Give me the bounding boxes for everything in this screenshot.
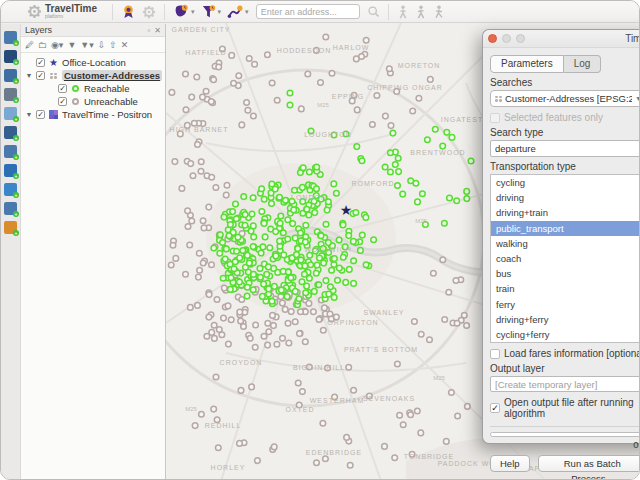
quick-time-filter-button[interactable]	[415, 3, 427, 21]
reachable-marker	[464, 196, 470, 202]
reachable-marker	[269, 201, 275, 207]
minimize-window-icon[interactable]	[502, 34, 511, 43]
add-mesh-layer-button[interactable]: +	[4, 69, 17, 82]
unreachable-marker	[388, 123, 394, 129]
map-place-label: M25	[433, 375, 445, 381]
layer-tree-item[interactable]: ▼✓TravelTime - Positron	[21, 108, 165, 121]
unreachable-marker	[347, 463, 353, 469]
layer-visibility-checkbox[interactable]: ✓	[36, 58, 45, 67]
load-fares-checkbox[interactable]	[490, 349, 500, 359]
reachable-marker	[317, 255, 323, 261]
add-wcs-layer-button[interactable]: +	[4, 183, 17, 196]
layer-visibility-checkbox[interactable]: ✓	[58, 84, 67, 93]
quick-time-map-button[interactable]	[397, 3, 409, 21]
add-wms-layer-button[interactable]: +	[4, 164, 17, 177]
transport-option-cycling+ferry[interactable]: cycling+ferry	[491, 327, 640, 342]
layer-tree-item[interactable]: ▼✓Customer-Addresses	[21, 69, 165, 82]
search-type-combo[interactable]: departure	[490, 140, 640, 157]
transport-option-bus[interactable]: bus	[491, 266, 640, 281]
unreachable-marker	[200, 260, 206, 266]
routes-button[interactable]: ▾	[227, 3, 249, 21]
selected-features-checkbox[interactable]	[490, 113, 500, 123]
transport-option-public_transport[interactable]: public_transport	[491, 221, 640, 236]
manage-map-themes-icon[interactable]: ◉▾	[51, 40, 63, 50]
close-panel-icon[interactable]: ✕	[154, 26, 161, 35]
add-raster-layer-button[interactable]: +	[4, 50, 17, 63]
transport-option-cycling[interactable]: cycling	[491, 175, 640, 190]
reachable-marker	[244, 293, 250, 299]
toolbar-separator	[388, 4, 389, 20]
dialog-titlebar[interactable]: Time	[483, 30, 640, 48]
transport-option-driving+ferry[interactable]: driving+ferry	[491, 312, 640, 327]
layer-tree-item[interactable]: ✓Reachable	[21, 82, 165, 95]
transport-option-coach[interactable]: coach	[491, 251, 640, 266]
output-layer-input[interactable]	[490, 376, 640, 392]
map-place-label: WOOLWICH	[304, 246, 352, 253]
add-vector-layer-button[interactable]: +	[4, 31, 17, 44]
filter-by-expression-icon[interactable]: ▼▾	[80, 40, 93, 50]
transport-option-train[interactable]: train	[491, 281, 640, 296]
add-spatialite-layer-button[interactable]: +	[4, 126, 17, 139]
expand-all-icon[interactable]: ⇩	[98, 40, 106, 50]
tab-log[interactable]: Log	[564, 55, 602, 73]
unreachable-marker	[253, 322, 259, 328]
add-geopackage-layer-button[interactable]: +	[4, 221, 17, 234]
add-plus-icon: +	[13, 116, 19, 122]
layer-tree-item[interactable]: ✓★Office-Location	[21, 56, 165, 69]
dock-panel-icon[interactable]: ▫	[147, 26, 150, 35]
layer-visibility-checkbox[interactable]: ✓	[36, 110, 45, 119]
collapse-all-icon[interactable]: ⇧	[109, 40, 117, 50]
reachable-marker	[390, 130, 396, 136]
map-place-label: BRENTWOOD	[410, 149, 465, 156]
add-delimited-text-layer-button[interactable]: +	[4, 88, 17, 101]
reachable-marker	[247, 260, 253, 266]
add-plus-icon: +	[13, 97, 19, 103]
add-postgis-layer-button[interactable]: +	[4, 145, 17, 158]
transport-option-ferry[interactable]: ferry	[491, 297, 640, 312]
filter-legend-icon[interactable]: ▼	[67, 40, 76, 50]
reachable-symbol-icon	[70, 85, 81, 92]
travel-time-rosette-button[interactable]	[121, 3, 136, 21]
add-plus-icon: +	[13, 192, 19, 198]
reachable-marker	[360, 232, 366, 238]
search-icon	[367, 5, 380, 18]
add-gpx-layer-button[interactable]: +	[4, 107, 17, 120]
open-layer-styling-icon[interactable]: 🖉	[25, 40, 34, 50]
close-window-icon[interactable]	[488, 34, 497, 43]
unreachable-marker	[412, 319, 418, 325]
transport-option-driving[interactable]: driving	[491, 190, 640, 205]
unreachable-marker	[442, 317, 448, 323]
help-button[interactable]: Help	[490, 455, 530, 472]
reachable-marker	[343, 280, 349, 286]
tab-parameters[interactable]: Parameters	[490, 55, 564, 73]
searches-combo[interactable]: Customer-Addresses [EPSG:27700] ▼	[490, 90, 640, 107]
add-wfs-layer-button[interactable]: +	[4, 202, 17, 215]
quick-route-button[interactable]	[433, 3, 445, 21]
transport-option-driving+train[interactable]: driving+train	[491, 205, 640, 220]
time-filter-button[interactable]: ▾	[201, 3, 222, 21]
reachable-marker	[273, 253, 279, 259]
transport-option-walking[interactable]: walking	[491, 236, 640, 251]
layer-visibility-checkbox[interactable]: ✓	[58, 97, 67, 106]
progress-bar	[490, 432, 640, 437]
address-search-input[interactable]	[256, 4, 360, 19]
unreachable-marker	[185, 224, 191, 230]
layer-tree-item[interactable]: ✓Unreachable	[21, 95, 165, 108]
unreachable-marker	[252, 62, 258, 68]
add-group-icon[interactable]: 🗀	[38, 40, 47, 50]
time-map-icon	[173, 4, 189, 19]
add-plus-icon: +	[13, 59, 19, 65]
expand-arrow-icon[interactable]: ▼	[25, 72, 33, 79]
expand-arrow-icon[interactable]: ▼	[25, 111, 33, 118]
remove-layer-icon[interactable]: ✕	[121, 40, 129, 50]
zoom-window-icon[interactable]	[516, 34, 525, 43]
time-map-button[interactable]: ▾	[173, 3, 195, 21]
run-as-batch-button[interactable]: Run as Batch Process...	[538, 455, 640, 472]
layer-visibility-checkbox[interactable]: ✓	[36, 71, 45, 80]
unreachable-marker	[249, 384, 255, 390]
reachable-marker	[242, 222, 248, 228]
open-output-checkbox[interactable]: ✓	[490, 403, 500, 413]
settings-gear-button[interactable]	[142, 3, 156, 21]
geocode-search-button[interactable]	[367, 3, 380, 21]
reachable-marker	[278, 213, 284, 219]
